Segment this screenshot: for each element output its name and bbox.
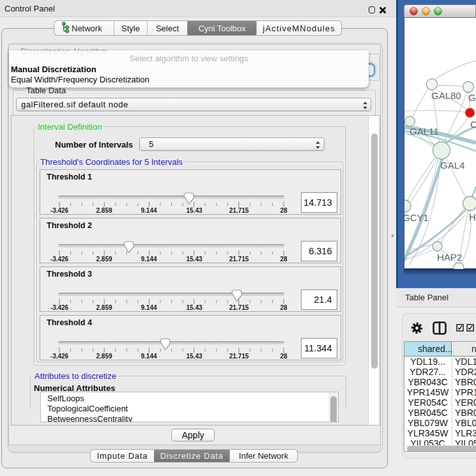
svg-text:GAL11: GAL11 xyxy=(410,125,439,136)
svg-text:GCY1: GCY1 xyxy=(404,211,429,222)
svg-text:GAL4: GAL4 xyxy=(440,159,464,170)
svg-text:C: C xyxy=(470,118,476,129)
svg-text:GA: GA xyxy=(468,91,476,102)
svg-text:H: H xyxy=(469,211,476,222)
svg-text:GAL80: GAL80 xyxy=(431,89,461,100)
svg-text:HAP2: HAP2 xyxy=(437,251,462,262)
